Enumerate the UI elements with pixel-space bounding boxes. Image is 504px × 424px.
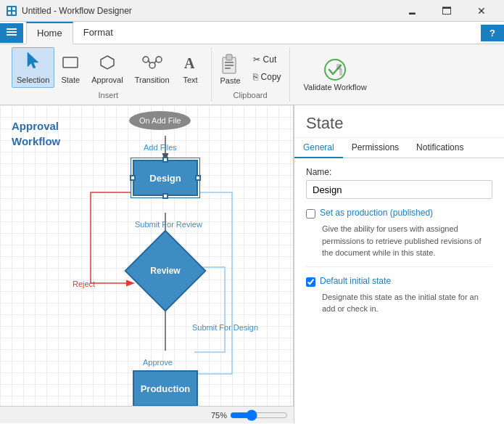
set-production-label[interactable]: Set as production (published) (320, 208, 433, 218)
validate-wrapper: Validate Workflow (296, 47, 375, 102)
status-bar: 75% (0, 406, 294, 423)
svg-rect-21 (225, 68, 231, 69)
svg-rect-19 (225, 62, 234, 63)
svg-text:A: A (184, 55, 195, 71)
window-title: Untitled - Workflow Designer (22, 6, 395, 16)
svg-marker-8 (28, 52, 38, 68)
submit-design-label: Submit For Design (192, 323, 258, 332)
minimize-button[interactable]: 🗕 (395, 0, 429, 22)
maximize-button[interactable]: 🗖 (430, 0, 463, 22)
node-start[interactable]: On Add File (129, 111, 191, 130)
approval-label: Approval (91, 76, 123, 84)
svg-point-13 (156, 57, 162, 62)
help-button[interactable]: ? (481, 25, 504, 41)
quick-access-bar[interactable] (0, 23, 23, 43)
insert-group: Selection State (6, 47, 212, 102)
selection-label: Selection (17, 76, 49, 84)
insert-items: Selection State (12, 47, 205, 89)
paste-label: Paste (220, 76, 241, 85)
zoom-percent: 75% (211, 411, 227, 420)
submit-review-label: Submit For Review (135, 220, 202, 229)
selection-icon (25, 51, 42, 74)
svg-rect-4 (12, 12, 15, 15)
panel-content: Name: Set as production (published) Give… (294, 158, 504, 324)
zoom-control: 75% (211, 409, 288, 421)
name-input[interactable] (306, 180, 492, 199)
validate-button[interactable]: Validate Workflow (296, 54, 375, 95)
node-review[interactable]: Review (136, 242, 194, 300)
svg-rect-6 (7, 31, 17, 33)
approve-label: Approve (143, 358, 173, 367)
start-label: On Add File (129, 111, 191, 130)
selection-button[interactable]: Selection (12, 47, 54, 88)
svg-rect-18 (226, 54, 232, 60)
clipboard-group: Paste ✂ Cut ⎘ Copy Clipboard (212, 47, 290, 102)
tab-permissions[interactable]: Permissions (343, 138, 408, 158)
set-production-checkbox[interactable] (306, 209, 315, 219)
transition-icon (142, 54, 162, 74)
window-controls: 🗕 🗖 ✕ (395, 0, 498, 22)
menu-icon (6, 26, 17, 38)
canvas[interactable]: ApprovalWorkflow (0, 105, 294, 406)
tab-format[interactable]: Format (73, 23, 123, 44)
svg-rect-0 (7, 6, 17, 16)
copy-button[interactable]: ⎘ Copy (248, 69, 286, 85)
main-area: ApprovalWorkflow (0, 105, 504, 423)
reject-label: Reject (73, 280, 95, 288)
svg-point-12 (149, 62, 155, 68)
name-label: Name: (306, 167, 492, 177)
app-icon (6, 5, 17, 17)
tab-general[interactable]: General (294, 138, 343, 158)
handle-left[interactable] (130, 175, 136, 181)
transition-label: Transition (135, 76, 170, 84)
approval-button[interactable]: Approval (86, 50, 128, 88)
clipboard-group-label: Clipboard (215, 89, 286, 102)
cursor-icon (25, 51, 42, 71)
state-button[interactable]: State (56, 50, 85, 88)
copy-label: Copy (261, 72, 281, 82)
close-button[interactable]: ✕ (465, 0, 498, 22)
default-initial-label[interactable]: Default initial state (320, 276, 391, 286)
add-files-label: Add Files (144, 143, 177, 152)
svg-rect-2 (12, 7, 15, 10)
set-production-help: Give the ability for users with assigned… (322, 223, 492, 259)
default-initial-checkbox[interactable] (306, 277, 315, 287)
insert-group-label: Insert (12, 89, 205, 102)
svg-rect-24 (339, 68, 342, 76)
copy-icon: ⎘ (253, 72, 258, 82)
approval-icon (99, 54, 116, 74)
zoom-slider[interactable] (230, 409, 288, 421)
svg-rect-20 (225, 65, 234, 66)
validate-group: Validate Workflow (290, 47, 381, 102)
paste-icon (220, 52, 241, 75)
clipboard-small-buttons: ✂ Cut ⎘ Copy (248, 47, 286, 89)
transition-button[interactable]: Transition (130, 50, 175, 88)
state-label: State (61, 76, 80, 84)
handle-right[interactable] (195, 175, 201, 181)
handle-top[interactable] (162, 157, 168, 163)
text-label: Text (183, 76, 197, 84)
panel-title: State (294, 105, 504, 138)
properties-panel: State General Permissions Notifications … (294, 105, 504, 423)
tab-notifications[interactable]: Notifications (408, 138, 472, 158)
design-rect: Design (133, 160, 198, 196)
clipboard-items: Paste ✂ Cut ⎘ Copy (215, 47, 286, 89)
default-initial-help: Designate this state as the initial stat… (322, 291, 492, 315)
title-bar: Untitled - Workflow Designer 🗕 🗖 ✕ (0, 0, 504, 22)
cut-icon: ✂ (253, 54, 260, 65)
handle-bottom[interactable] (162, 193, 168, 199)
text-icon: A (182, 54, 199, 74)
text-button[interactable]: A Text (176, 50, 205, 88)
cut-button[interactable]: ✂ Cut (248, 52, 286, 68)
tab-home[interactable]: Home (26, 22, 73, 44)
ribbon: Home Format ? Selection (0, 22, 504, 105)
node-design[interactable]: Design (133, 160, 198, 196)
paste-button[interactable]: Paste (215, 47, 247, 89)
node-production[interactable]: Production (133, 370, 198, 406)
svg-rect-1 (8, 7, 11, 10)
validate-icon (323, 58, 347, 81)
default-initial-row: Default initial state (306, 276, 492, 287)
cut-label: Cut (263, 54, 277, 65)
validate-label: Validate Workflow (304, 83, 367, 91)
svg-rect-3 (8, 12, 11, 15)
